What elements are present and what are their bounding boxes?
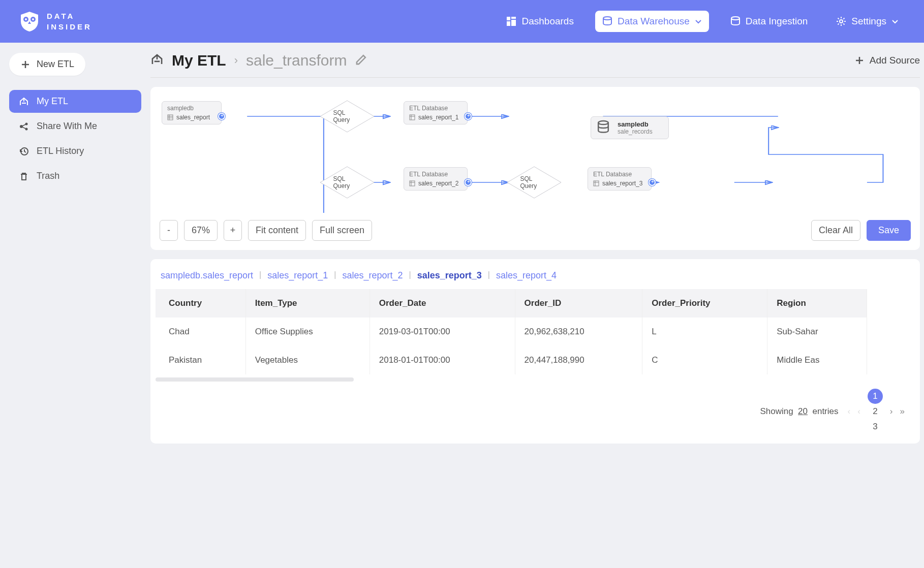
table-icon [409, 114, 415, 120]
preview-tab[interactable]: sales_report_1 [267, 270, 328, 281]
pagination: Showing 20 entries ‹ ‹ 123 › » [150, 382, 920, 434]
port-add[interactable]: + [465, 113, 472, 120]
database-icon [596, 120, 611, 136]
svg-point-13 [25, 128, 28, 130]
zoom-level[interactable]: 67% [184, 220, 218, 241]
svg-point-2 [25, 18, 27, 20]
owl-shield-icon [18, 10, 41, 33]
page-prev[interactable]: ‹ [848, 406, 851, 417]
column-header[interactable]: Order_ID [515, 289, 642, 318]
preview-tab[interactable]: sales_report_2 [343, 270, 403, 281]
history-icon [18, 146, 29, 156]
database-icon [602, 16, 612, 26]
save-button[interactable]: Save [867, 220, 911, 241]
node-sql-query-2[interactable]: SQL Query [319, 166, 375, 199]
fit-content-button[interactable]: Fit content [248, 220, 306, 241]
preview-tab[interactable]: sales_report_4 [496, 270, 557, 281]
table-icon [593, 180, 599, 186]
nav-data-ingestion[interactable]: Data Ingestion [723, 11, 815, 32]
node-etl-db-2[interactable]: ETL Database sales_report_2 [404, 167, 468, 191]
port-add[interactable]: + [218, 113, 225, 120]
etl-canvas-panel: sampledb sales_report + SQL Query ETL Da… [150, 87, 920, 250]
node-etl-db-3[interactable]: ETL Database sales_report_3 [588, 167, 652, 191]
sidebar-item-share[interactable]: Share With Me [9, 115, 141, 138]
nav-data-warehouse[interactable]: Data Warehouse [595, 11, 709, 32]
chevron-down-icon [695, 18, 702, 25]
page-size[interactable]: 20 [798, 406, 808, 416]
breadcrumb: My ETL › sale_transform Add Source [150, 43, 920, 78]
etl-diagram[interactable]: sampledb sales_report + SQL Query ETL Da… [160, 96, 911, 214]
data-preview-panel: sampledb.sales_report|sales_report_1|sal… [150, 259, 920, 444]
node-sql-query-1[interactable]: SQL Query [319, 100, 375, 133]
column-header[interactable]: Order_Priority [642, 289, 767, 318]
page-last[interactable]: » [900, 406, 905, 417]
svg-point-9 [731, 17, 740, 20]
svg-rect-4 [507, 17, 510, 20]
dashboard-icon [506, 16, 516, 26]
clear-all-button[interactable]: Clear All [811, 220, 860, 241]
sidebar: New ETL My ETL Share With Me ETL History… [0, 43, 150, 454]
share-icon [18, 121, 29, 132]
table-header-row: CountryItem_TypeOrder_DateOrder_IDOrder_… [156, 289, 867, 318]
column-header[interactable]: Region [767, 289, 867, 318]
svg-rect-6 [511, 20, 516, 26]
preview-tab[interactable]: sampledb.sales_report [161, 270, 253, 281]
table-icon [167, 114, 173, 120]
node-destination[interactable]: sampledbsale_records [591, 116, 669, 139]
column-header[interactable]: Order_Date [369, 289, 515, 318]
svg-rect-32 [410, 181, 415, 186]
node-sql-query-3[interactable]: SQL Query [506, 166, 562, 199]
table-row[interactable]: PakistanVegetables2018-01-01T00:0020,447… [156, 346, 867, 374]
svg-point-3 [32, 18, 34, 20]
page-number[interactable]: 1 [868, 389, 883, 404]
svg-rect-5 [511, 17, 516, 19]
svg-point-11 [20, 125, 23, 128]
sidebar-item-trash[interactable]: Trash [9, 165, 141, 187]
breadcrumb-root[interactable]: My ETL [172, 52, 226, 69]
brand-line2: INSIDER [47, 21, 92, 32]
column-header[interactable]: Country [156, 289, 245, 318]
canvas-toolbar: - 67% + Fit content Full screen Clear Al… [160, 220, 911, 241]
table-row[interactable]: ChadOffice Supplies2019-03-01T00:0020,96… [156, 318, 867, 346]
svg-rect-7 [507, 21, 510, 26]
zoom-out-button[interactable]: - [160, 220, 178, 241]
page-number[interactable]: 3 [868, 419, 883, 434]
preview-tabs: sampledb.sales_report|sales_report_1|sal… [150, 270, 920, 289]
column-header[interactable]: Item_Type [245, 289, 369, 318]
svg-rect-36 [594, 181, 599, 186]
data-table: CountryItem_TypeOrder_DateOrder_IDOrder_… [156, 289, 867, 374]
breadcrumb-home-icon[interactable] [150, 53, 164, 68]
svg-rect-23 [168, 115, 173, 120]
chevron-down-icon [891, 18, 899, 25]
breadcrumb-current: sale_transform [246, 52, 347, 69]
nav-settings[interactable]: Settings [829, 11, 906, 32]
svg-rect-28 [410, 115, 415, 120]
plus-icon [20, 59, 30, 70]
port-add[interactable]: + [649, 179, 656, 186]
gear-icon [836, 16, 846, 26]
preview-tab[interactable]: sales_report_3 [417, 270, 482, 281]
node-etl-db-1[interactable]: ETL Database sales_report_1 [404, 101, 468, 124]
svg-point-12 [25, 122, 28, 125]
node-source-sampledb[interactable]: sampledb sales_report [162, 101, 222, 124]
new-etl-button[interactable]: New ETL [9, 53, 85, 76]
page-next[interactable]: › [890, 406, 893, 417]
sidebar-item-my-etl[interactable]: My ETL [9, 90, 141, 113]
edit-name-button[interactable] [355, 53, 368, 68]
zoom-in-button[interactable]: + [224, 220, 242, 241]
brand-line1: DATA [47, 11, 92, 21]
sidebar-item-history[interactable]: ETL History [9, 140, 141, 163]
nav-dashboards[interactable]: Dashboards [499, 11, 580, 32]
svg-point-10 [840, 20, 843, 23]
add-source-button[interactable]: Add Source [854, 55, 920, 66]
horizontal-scrollbar[interactable] [156, 377, 354, 382]
page-number[interactable]: 2 [868, 404, 883, 419]
app-header: DATA INSIDER Dashboards Data Warehouse D… [0, 0, 924, 43]
top-nav: Dashboards Data Warehouse Data Ingestion… [499, 11, 906, 32]
table-icon [409, 180, 415, 186]
chevron-right-icon: › [234, 54, 238, 67]
port-add[interactable]: + [465, 179, 472, 186]
full-screen-button[interactable]: Full screen [312, 220, 372, 241]
plus-icon [854, 55, 865, 66]
page-prev-one[interactable]: ‹ [857, 406, 860, 417]
